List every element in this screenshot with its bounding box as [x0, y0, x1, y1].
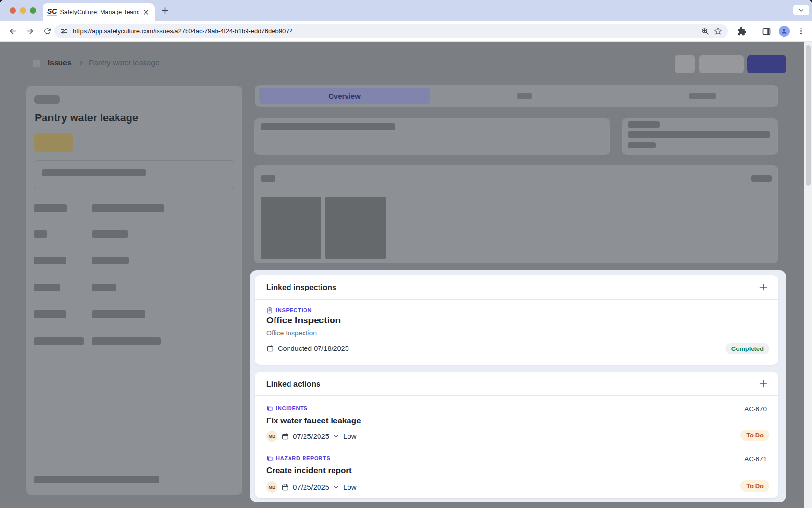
action-type-row: HAZARD REPORTS: [266, 455, 330, 462]
app-grid-icon[interactable]: [33, 60, 40, 67]
stack-icon: [266, 455, 273, 462]
header-primary-button[interactable]: [747, 55, 786, 73]
label-skeleton: [34, 337, 84, 345]
tab-skeleton[interactable]: [517, 93, 532, 99]
linked-inspections-title: Linked inspections: [266, 283, 336, 292]
action-id: AC-670: [744, 406, 767, 413]
calendar-icon: [281, 483, 289, 491]
toolbar-actions: [737, 21, 805, 42]
url-text[interactable]: https://app.safetyculture.com/issues/a27…: [73, 28, 696, 35]
breadcrumb-issues-link[interactable]: Issues: [48, 58, 71, 67]
card-line-skeleton: [628, 121, 660, 128]
inspection-conducted-row: Conducted 07/18/2025: [266, 345, 349, 352]
tab-search-button[interactable]: [793, 5, 809, 15]
reload-button[interactable]: [43, 27, 52, 36]
bookmark-star-icon[interactable]: [714, 27, 722, 35]
add-action-button[interactable]: [758, 378, 768, 389]
toolbar-divider: [754, 27, 754, 36]
inspection-type-row: INSPECTION: [266, 307, 312, 314]
media-thumbnail-skeleton[interactable]: [261, 197, 321, 259]
action-meta-row[interactable]: MB 07/25/2025 Low: [266, 481, 357, 493]
assignee-avatar[interactable]: MB: [266, 481, 277, 493]
tab-skeleton[interactable]: [689, 93, 716, 99]
action-title[interactable]: Create incident report: [266, 466, 352, 476]
header-secondary-button[interactable]: [699, 55, 744, 73]
page-scrollbar[interactable]: [804, 42, 812, 508]
zoom-page-icon[interactable]: [701, 27, 709, 35]
action-status-badge: To Do: [740, 430, 769, 441]
url-bar[interactable]: https://app.safetyculture.com/issues/a27…: [54, 24, 728, 38]
app-page-dimmed: Issues Pantry water leakage Pantry water…: [0, 42, 812, 508]
calendar-icon: [266, 345, 274, 352]
media-thumbnail-skeleton[interactable]: [325, 197, 386, 259]
chevron-down-icon[interactable]: [333, 484, 339, 490]
action-type-label: INCIDENTS: [276, 406, 308, 411]
scrollbar-thumb[interactable]: [806, 45, 811, 186]
browser-toolbar: https://app.safetyculture.com/issues/a27…: [0, 21, 812, 42]
inspection-subtitle: Office Inspection: [266, 329, 317, 337]
browser-menu-icon[interactable]: [797, 27, 805, 35]
action-priority[interactable]: Low: [343, 483, 357, 491]
chevron-right-icon: [77, 59, 84, 66]
divider: [255, 395, 778, 396]
value-skeleton: [92, 337, 161, 345]
browser-tab-strip: SC SafetyCulture: Manage Teams and...: [0, 0, 812, 21]
fullscreen-window-button[interactable]: [30, 7, 36, 14]
inspection-status-badge: Completed: [725, 343, 769, 354]
active-browser-tab[interactable]: SC SafetyCulture: Manage Teams and...: [43, 3, 155, 21]
new-tab-button[interactable]: [161, 6, 169, 15]
add-inspection-button[interactable]: [758, 282, 768, 292]
tab-overview[interactable]: Overview: [259, 88, 430, 104]
value-skeleton: [92, 284, 116, 291]
browser-window: SC SafetyCulture: Manage Teams and... ht…: [0, 0, 812, 508]
stack-icon: [266, 405, 273, 412]
chevron-down-icon: [798, 7, 804, 13]
site-settings-icon[interactable]: [60, 27, 68, 35]
card-line-skeleton: [628, 142, 656, 148]
window-controls[interactable]: [10, 7, 36, 14]
action-due-date[interactable]: 07/25/2025: [293, 432, 329, 440]
linked-actions-card: Linked actions INCIDENTS AC-670 Fix wate…: [255, 372, 778, 498]
person-icon: [781, 28, 788, 35]
close-window-button[interactable]: [10, 7, 16, 14]
divider: [255, 299, 778, 300]
value-skeleton: [92, 310, 145, 318]
field-text-skeleton: [42, 169, 146, 176]
label-skeleton: [34, 257, 66, 264]
clipboard-icon: [266, 307, 273, 314]
value-skeleton: [92, 257, 129, 264]
assignee-avatar[interactable]: MB: [266, 431, 277, 442]
status-chip-skeleton: [34, 95, 60, 104]
browser-profile-avatar[interactable]: [779, 26, 790, 37]
chevron-down-icon[interactable]: [333, 433, 339, 439]
value-skeleton: [92, 204, 164, 212]
action-id: AC-671: [744, 455, 767, 463]
back-button[interactable]: [8, 27, 17, 36]
minimize-window-button[interactable]: [20, 7, 26, 14]
inspection-title[interactable]: Office Inspection: [266, 315, 341, 326]
action-due-date[interactable]: 07/25/2025: [293, 483, 329, 491]
label-skeleton: [34, 230, 47, 238]
side-panel-icon[interactable]: [762, 27, 771, 36]
action-type-label: HAZARD REPORTS: [276, 455, 330, 461]
footer-skeleton: [34, 476, 160, 483]
extensions-icon[interactable]: [737, 27, 747, 36]
action-priority[interactable]: Low: [343, 432, 357, 440]
header-icon-button[interactable]: [675, 55, 695, 73]
action-meta-row[interactable]: MB 07/25/2025 Low: [266, 431, 357, 442]
close-tab-icon[interactable]: [142, 8, 150, 16]
breadcrumb-current: Pantry water leakage: [89, 58, 160, 67]
calendar-icon: [281, 433, 289, 440]
forward-button[interactable]: [26, 27, 35, 36]
safetyculture-favicon: SC: [47, 8, 57, 16]
priority-badge-skeleton[interactable]: [34, 133, 73, 152]
label-skeleton: [34, 310, 66, 318]
label-skeleton: [34, 204, 67, 212]
card-line-skeleton: [628, 131, 770, 138]
action-title[interactable]: Fix water faucet leakage: [266, 416, 361, 426]
card-line-skeleton: [751, 175, 772, 182]
card-line-skeleton: [261, 175, 276, 182]
card-divider: [254, 190, 778, 190]
issue-title: Pantry water leakage: [35, 112, 138, 124]
action-status-badge: To Do: [740, 480, 769, 492]
